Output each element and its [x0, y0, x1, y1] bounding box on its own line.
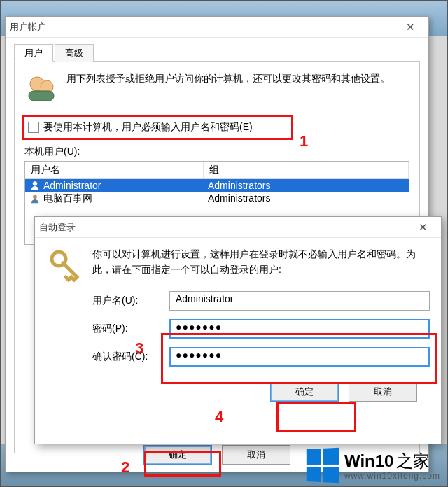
annotation-box-2 [144, 451, 221, 477]
confirm-password-label: 确认密码(C): [92, 351, 169, 363]
annotation-box-4 [276, 402, 356, 432]
keys-icon [46, 246, 83, 283]
username-input[interactable]: Administrator [169, 291, 430, 311]
require-password-row: 要使用本计算机，用户必须输入用户名和密码(E) [22, 115, 293, 140]
tab-advanced[interactable]: 高级 [55, 44, 94, 62]
cancel-button[interactable]: 取消 [349, 382, 417, 402]
username-label: 用户名(U): [92, 295, 169, 307]
svg-point-4 [33, 195, 37, 199]
watermark-logo: Win10 之家 www.win10xitong.com [305, 449, 440, 482]
annotation-4: 4 [215, 408, 223, 426]
tabs: 用户 高级 [14, 43, 420, 62]
user-icon [29, 180, 41, 191]
annotation-2: 2 [121, 458, 130, 477]
list-label: 本机用户(U): [24, 146, 410, 158]
col-group[interactable]: 组 [204, 162, 409, 178]
logo-sub: 之家 [396, 451, 430, 470]
intro-text: 你可以对计算机进行设置，这样用户在登录时就不必输入用户名和密码。为此，请在下面指… [92, 246, 430, 283]
titlebar: 自动登录 ✕ [35, 217, 441, 238]
require-password-label: 要使用本计算机，用户必须输入用户名和密码(E) [43, 121, 253, 134]
dialog-title: 自动登录 [39, 221, 409, 234]
list-header: 用户名 组 [25, 162, 409, 179]
password-label: 密码(P): [92, 323, 169, 335]
row-group: Administrators [204, 192, 409, 206]
row-group: Administrators [204, 179, 409, 192]
require-password-checkbox[interactable] [28, 122, 39, 133]
cancel-button[interactable]: 取消 [222, 445, 290, 465]
tab-users[interactable]: 用户 [14, 44, 53, 62]
svg-point-3 [33, 182, 37, 186]
logo-brand: Win10 [344, 451, 393, 470]
annotation-box-3 [161, 333, 437, 384]
dialog-title: 用户帐户 [10, 21, 396, 34]
logo-url: www.win10xitong.com [344, 471, 440, 481]
list-row[interactable]: Administrator Administrators [25, 179, 409, 192]
annotation-1: 1 [300, 132, 308, 150]
svg-rect-2 [29, 91, 54, 101]
close-icon[interactable]: ✕ [396, 20, 424, 35]
ok-button[interactable]: 确定 [270, 382, 339, 402]
titlebar: 用户帐户 ✕ [6, 17, 428, 38]
col-username[interactable]: 用户名 [25, 162, 204, 178]
close-icon[interactable]: ✕ [409, 220, 437, 235]
auto-login-dialog: 自动登录 ✕ 你可以对计算机进行设置，这样用户在登录时就不必输入用户名和密码。为… [34, 216, 442, 444]
row-username: 电脑百事网 [43, 192, 92, 205]
annotation-3: 3 [135, 339, 144, 358]
user-icon [29, 193, 41, 204]
list-row[interactable]: 电脑百事网 Administrators [25, 192, 409, 206]
row-username: Administrator [43, 180, 101, 191]
users-group-icon [24, 71, 58, 105]
windows-icon [307, 448, 340, 483]
intro-text: 用下列表授予或拒绝用户访问你的计算机，还可以更改其密码和其他设置。 [66, 71, 410, 86]
